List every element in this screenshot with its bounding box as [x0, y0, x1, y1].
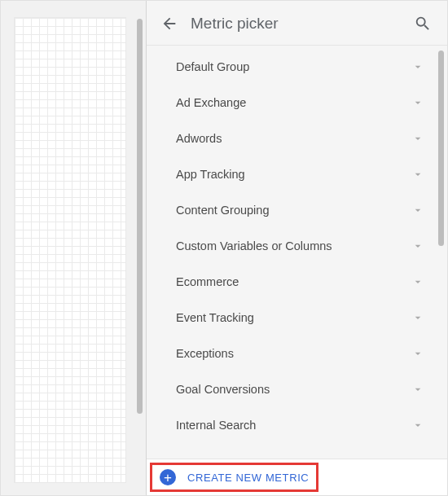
group-label: Default Group [176, 60, 411, 73]
chevron-down-icon [411, 383, 424, 396]
panel-footer: + CREATE NEW METRIC [147, 459, 447, 495]
group-label: Internal Search [176, 419, 411, 432]
chevron-down-icon [411, 419, 424, 432]
report-canvas[interactable] [14, 17, 126, 483]
panel-body: Default Group Ad Exchange Adwords App Tr… [147, 45, 447, 459]
chevron-down-icon [411, 96, 424, 109]
group-label: Custom Variables or Columns [176, 239, 411, 252]
group-label: Ecommerce [176, 275, 411, 288]
chevron-down-icon [411, 60, 424, 73]
group-item-ecommerce[interactable]: Ecommerce [147, 264, 447, 300]
search-icon[interactable] [413, 14, 433, 33]
metric-picker-panel: Metric picker Default Group Ad Exchange … [146, 1, 447, 495]
group-item-app-tracking[interactable]: App Tracking [147, 156, 447, 192]
chevron-down-icon [411, 239, 424, 252]
panel-header: Metric picker [147, 1, 447, 45]
scrollbar[interactable] [137, 19, 143, 414]
chevron-down-icon [411, 168, 424, 181]
group-item-adwords[interactable]: Adwords [147, 121, 447, 156]
chevron-down-icon [411, 204, 424, 217]
chevron-down-icon [411, 132, 424, 145]
plus-icon: + [160, 469, 176, 485]
group-label: Ad Exchange [176, 96, 411, 109]
group-item-custom-variables[interactable]: Custom Variables or Columns [147, 228, 447, 264]
chevron-down-icon [411, 311, 424, 324]
group-list: Default Group Ad Exchange Adwords App Tr… [147, 46, 447, 459]
group-label: Exceptions [176, 347, 411, 360]
group-item-ad-exchange[interactable]: Ad Exchange [147, 85, 447, 121]
group-label: App Tracking [176, 168, 411, 181]
group-label: Event Tracking [176, 311, 411, 324]
back-arrow-icon[interactable] [160, 14, 179, 33]
create-new-metric-button[interactable]: + CREATE NEW METRIC [152, 464, 317, 490]
group-item-exceptions[interactable]: Exceptions [147, 336, 447, 371]
chevron-down-icon [411, 347, 424, 360]
panel-title: Metric picker [179, 15, 413, 33]
group-label: Adwords [176, 132, 411, 145]
group-item-goal-conversions[interactable]: Goal Conversions [147, 371, 447, 407]
group-label: Content Grouping [176, 204, 411, 217]
group-label: Goal Conversions [176, 383, 411, 396]
group-item-content-grouping[interactable]: Content Grouping [147, 192, 447, 228]
group-item-internal-search[interactable]: Internal Search [147, 407, 447, 443]
group-item-event-tracking[interactable]: Event Tracking [147, 300, 447, 336]
chevron-down-icon [411, 275, 424, 288]
scrollbar[interactable] [438, 50, 444, 246]
group-item-default-group[interactable]: Default Group [147, 49, 447, 85]
canvas-area [1, 1, 146, 495]
create-new-metric-label: CREATE NEW METRIC [187, 472, 309, 484]
